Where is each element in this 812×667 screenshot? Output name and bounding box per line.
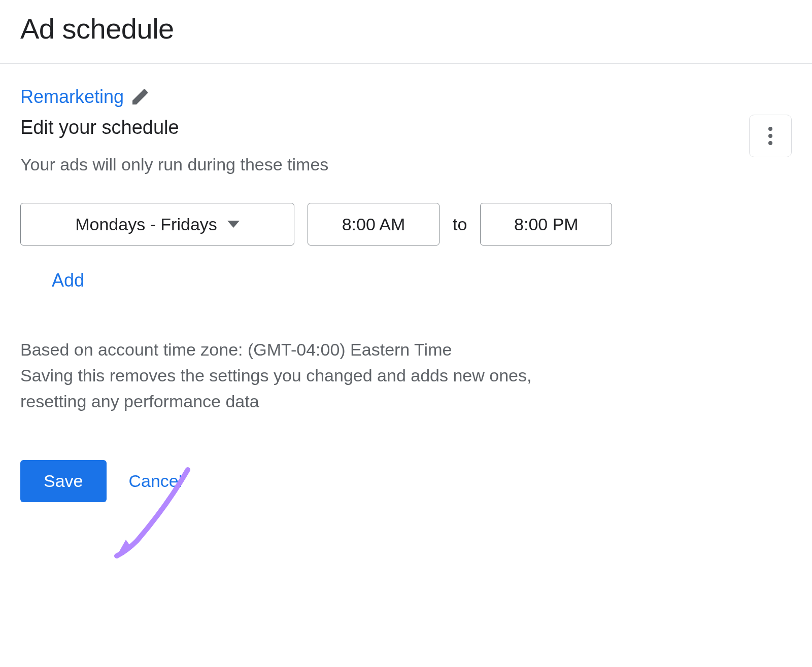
save-button[interactable]: Save (20, 460, 107, 502)
to-label: to (453, 215, 467, 234)
end-time-value: 8:00 PM (514, 215, 579, 234)
pencil-icon[interactable] (131, 88, 149, 106)
content-area: Remarketing Edit your schedule Your ads … (0, 64, 812, 522)
start-time-input[interactable]: 8:00 AM (308, 203, 439, 245)
edit-description: Your ads will only run during these time… (20, 155, 749, 174)
left-block: Remarketing Edit your schedule Your ads … (20, 86, 749, 174)
button-row: Save Cancel (20, 460, 792, 502)
schedule-row: Mondays - Fridays 8:00 AM to 8:00 PM (20, 203, 792, 245)
days-select-value: Mondays - Fridays (75, 215, 217, 234)
page-title: Ad schedule (0, 0, 812, 63)
more-vertical-icon (768, 127, 772, 145)
timezone-info: Based on account time zone: (GMT-04:00) … (20, 337, 558, 363)
campaign-link[interactable]: Remarketing (20, 86, 124, 108)
add-schedule-button[interactable]: Add (52, 270, 84, 291)
end-time-input[interactable]: 8:00 PM (480, 203, 612, 245)
top-row: Remarketing Edit your schedule Your ads … (20, 86, 792, 174)
more-options-button[interactable] (749, 115, 792, 157)
campaign-row: Remarketing (20, 86, 749, 108)
edit-subheading: Edit your schedule (20, 117, 749, 138)
days-select[interactable]: Mondays - Fridays (20, 203, 294, 245)
cancel-button[interactable]: Cancel (129, 471, 183, 491)
warning-info: Saving this removes the settings you cha… (20, 363, 558, 414)
chevron-down-icon (227, 221, 240, 228)
start-time-value: 8:00 AM (342, 215, 405, 234)
